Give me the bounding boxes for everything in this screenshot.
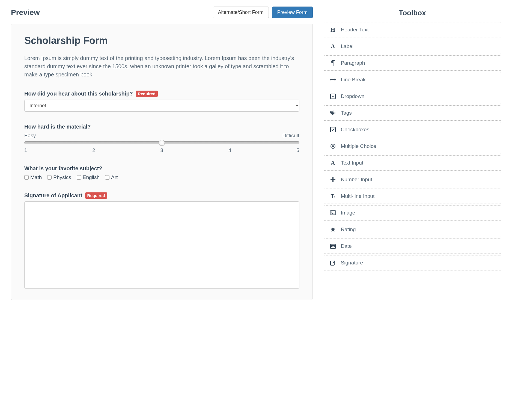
field-label: How hard is the material? <box>24 124 91 130</box>
signature-field: Signature of Applicant Required <box>24 192 299 289</box>
caret-square-down-icon <box>330 93 336 99</box>
toolbox-item-rating[interactable]: Rating <box>324 222 501 237</box>
toolbox-item-multi-line-input[interactable]: T↕Multi-line Input <box>324 189 501 204</box>
arrows-h-icon <box>330 77 336 83</box>
difficulty-slider[interactable] <box>24 140 299 146</box>
checkbox-field: What is your favorite subject? Math Phys… <box>24 165 299 180</box>
signature-canvas[interactable] <box>24 201 299 289</box>
checkbox-icon <box>77 175 81 180</box>
checkbox-label: Art <box>111 174 118 180</box>
svg-rect-8 <box>332 246 333 247</box>
toolbox-item-label: Number Input <box>341 177 372 183</box>
form-preview-panel: Scholarship Form Lorem Ipsum is simply d… <box>11 24 313 300</box>
toolbox-item-label: Multi-line Input <box>341 193 375 199</box>
tags-icon <box>330 110 336 116</box>
toolbox-item-label: Paragraph <box>341 60 365 66</box>
alternate-form-button[interactable]: Alternate/Short Form <box>213 7 269 18</box>
font-icon: A <box>330 43 336 49</box>
toolbox-item-label: Signature <box>341 260 363 266</box>
header-actions: Alternate/Short Form Preview Form <box>213 7 313 18</box>
hear-about-select[interactable]: Internet <box>24 100 299 112</box>
checkbox-label: Physics <box>53 174 71 180</box>
image-icon <box>330 210 336 216</box>
check-square-icon <box>330 127 336 133</box>
dot-circle-icon <box>330 143 336 149</box>
toolbox-item-label: Line Break <box>341 77 366 83</box>
pencil-square-icon <box>330 260 336 266</box>
font-icon: A <box>330 160 336 166</box>
toolbox-item-label: Multiple Choice <box>341 143 376 149</box>
toolbox-list: HHeader TextALabelParagraphLine BreakDro… <box>324 22 501 270</box>
header-icon: H <box>330 27 336 33</box>
toolbox-item-label: Header Text <box>341 27 369 33</box>
field-label: How did you hear about this scholarship? <box>24 91 133 97</box>
toolbox-item-label: Rating <box>341 227 356 233</box>
required-badge: Required <box>85 192 107 199</box>
field-label: Signature of Applicant <box>24 192 82 199</box>
calendar-icon <box>330 243 336 249</box>
plus-icon <box>330 177 336 183</box>
toolbox-item-label[interactable]: ALabel <box>324 39 501 54</box>
checkbox-icon <box>47 175 52 180</box>
dropdown-field: How did you hear about this scholarship?… <box>24 91 299 112</box>
toolbox-item-image[interactable]: Image <box>324 205 501 221</box>
slider-tick: 1 <box>24 147 27 153</box>
checkbox-option[interactable]: Math <box>24 174 42 180</box>
toolbox-item-dropdown[interactable]: Dropdown <box>324 89 501 104</box>
toolbox-item-label: Image <box>341 210 355 216</box>
slider-tick: 3 <box>160 147 163 153</box>
toolbox-item-line-break[interactable]: Line Break <box>324 72 501 87</box>
toolbox-title: Toolbox <box>324 9 501 17</box>
checkbox-label: English <box>83 174 100 180</box>
slider-thumb[interactable] <box>159 140 165 146</box>
toolbox-item-paragraph[interactable]: Paragraph <box>324 55 501 71</box>
field-label: What is your favorite subject? <box>24 165 102 172</box>
slider-ticks: 1 2 3 4 5 <box>24 147 299 153</box>
star-icon <box>330 227 336 233</box>
toolbox-item-header-text[interactable]: HHeader Text <box>324 22 501 37</box>
toolbox-item-label: Text Input <box>341 160 363 166</box>
toolbox-item-label: Checkboxes <box>341 127 370 133</box>
checkbox-label: Math <box>30 174 42 180</box>
paragraph-icon <box>330 60 336 66</box>
slider-tick: 5 <box>296 147 299 153</box>
page-title: Preview <box>11 8 40 17</box>
checkbox-option[interactable]: Physics <box>47 174 71 180</box>
slider-tick: 2 <box>92 147 95 153</box>
required-badge: Required <box>136 91 158 97</box>
checkbox-option[interactable]: Art <box>105 174 118 180</box>
preview-header: Preview Alternate/Short Form Preview For… <box>11 7 313 18</box>
checkbox-option[interactable]: English <box>77 174 100 180</box>
toolbox-item-date[interactable]: Date <box>324 239 501 254</box>
toolbox-item-number-input[interactable]: Number Input <box>324 172 501 187</box>
toolbox-item-signature[interactable]: Signature <box>324 255 501 270</box>
slider-field: How hard is the material? Easy Difficult… <box>24 124 299 153</box>
svg-point-5 <box>331 212 332 213</box>
toolbox-item-label: Date <box>341 243 352 249</box>
svg-point-3 <box>332 145 334 147</box>
svg-rect-7 <box>331 246 332 247</box>
form-title: Scholarship Form <box>24 35 299 46</box>
toolbox-item-checkboxes[interactable]: Checkboxes <box>324 122 501 137</box>
slider-max-label: Difficult <box>282 133 299 139</box>
checkbox-icon <box>105 175 109 180</box>
checkbox-icon <box>24 175 29 180</box>
toolbox-item-text-input[interactable]: AText Input <box>324 155 501 171</box>
text-height-icon: T↕ <box>330 193 336 199</box>
preview-form-button[interactable]: Preview Form <box>272 7 313 18</box>
form-description: Lorem Ipsum is simply dummy text of the … <box>24 54 299 79</box>
toolbox-item-tags[interactable]: Tags <box>324 105 501 121</box>
slider-tick: 4 <box>228 147 231 153</box>
toolbox-item-label: Tags <box>341 110 352 116</box>
toolbox-item-label: Dropdown <box>341 93 365 99</box>
toolbox-item-label: Label <box>341 43 354 49</box>
svg-rect-9 <box>334 246 335 247</box>
slider-min-label: Easy <box>24 133 36 139</box>
toolbox-item-multiple-choice[interactable]: Multiple Choice <box>324 139 501 154</box>
